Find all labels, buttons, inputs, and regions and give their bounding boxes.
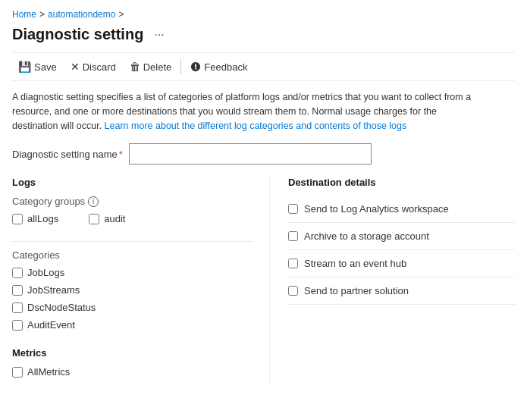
event-hub-checkbox[interactable] bbox=[288, 259, 298, 268]
breadcrumb-automationdemo[interactable]: automationdemo bbox=[48, 9, 115, 20]
log-analytics-checkbox[interactable] bbox=[288, 204, 298, 214]
toolbar-divider bbox=[180, 59, 181, 74]
discard-icon: ✕ bbox=[71, 61, 80, 73]
breadcrumb-sep1: > bbox=[39, 9, 45, 20]
main-content: Logs Category groups i allLogs audit Ca bbox=[12, 177, 515, 385]
JobLogs-label[interactable]: JobLogs bbox=[27, 267, 64, 278]
diagnostic-setting-name-row: Diagnostic setting name* bbox=[12, 143, 515, 165]
checkbox-JobStreams: JobStreams bbox=[12, 284, 254, 296]
discard-label: Discard bbox=[83, 61, 116, 73]
discard-button[interactable]: ✕ Discard bbox=[64, 58, 122, 76]
diagnostic-setting-name-input[interactable] bbox=[129, 143, 372, 165]
page-title-row: Diagnostic setting ··· bbox=[12, 26, 515, 43]
partner-solution-checkbox[interactable] bbox=[288, 286, 298, 296]
DscNodeStatus-checkbox[interactable] bbox=[12, 302, 23, 313]
metrics-section-title: Metrics bbox=[12, 347, 254, 359]
partner-solution-label[interactable]: Send to partner solution bbox=[304, 285, 409, 296]
checkbox-audit: audit bbox=[89, 213, 125, 224]
info-icon: i bbox=[88, 196, 99, 207]
dest-event-hub: Stream to an event hub bbox=[288, 250, 515, 277]
audit-label[interactable]: audit bbox=[104, 213, 125, 224]
checkbox-allLogs: allLogs bbox=[12, 213, 58, 224]
metrics-section: Metrics AllMetrics bbox=[12, 347, 254, 378]
category-groups-label: Category groups bbox=[12, 196, 85, 207]
JobLogs-checkbox[interactable] bbox=[12, 268, 23, 278]
diagnostic-setting-name-label: Diagnostic setting name* bbox=[12, 149, 123, 160]
checkbox-DscNodeStatus: DscNodeStatus bbox=[12, 302, 254, 313]
dest-partner-solution: Send to partner solution bbox=[288, 277, 515, 305]
toolbar: 💾 Save ✕ Discard 🗑 Delete Feedback bbox=[12, 52, 515, 81]
allLogs-checkbox[interactable] bbox=[12, 214, 23, 224]
breadcrumb-home[interactable]: Home bbox=[12, 9, 36, 20]
page-title: Diagnostic setting bbox=[12, 26, 143, 43]
category-groups-row: allLogs audit bbox=[12, 213, 254, 232]
storage-account-checkbox[interactable] bbox=[288, 231, 298, 241]
more-options-button[interactable]: ··· bbox=[149, 27, 168, 43]
storage-account-label[interactable]: Archive to a storage account bbox=[304, 230, 429, 242]
checkbox-AllMetrics: AllMetrics bbox=[12, 366, 254, 378]
categories-subsection-label: Categories bbox=[12, 249, 254, 261]
AllMetrics-label[interactable]: AllMetrics bbox=[27, 366, 70, 378]
event-hub-label[interactable]: Stream to an event hub bbox=[304, 258, 406, 269]
breadcrumb: Home > automationdemo > bbox=[12, 9, 515, 20]
save-icon: 💾 bbox=[18, 61, 31, 73]
delete-button[interactable]: 🗑 Delete bbox=[124, 58, 178, 76]
logs-section-title: Logs bbox=[12, 177, 254, 188]
description-text: A diagnostic setting specifies a list of… bbox=[12, 90, 482, 133]
save-label: Save bbox=[34, 61, 57, 73]
categories-list: JobLogs JobStreams DscNodeStatus AuditEv… bbox=[12, 267, 254, 337]
AuditEvent-checkbox[interactable] bbox=[12, 320, 23, 331]
dest-storage-account: Archive to a storage account bbox=[288, 223, 515, 250]
logs-section: Logs Category groups i allLogs audit Ca bbox=[12, 177, 254, 337]
destination-column: Destination details Send to Log Analytic… bbox=[270, 177, 515, 385]
delete-label: Delete bbox=[143, 61, 172, 73]
destination-section-title: Destination details bbox=[288, 177, 515, 188]
delete-icon: 🗑 bbox=[130, 61, 140, 73]
feedback-label: Feedback bbox=[204, 61, 247, 73]
feedback-button[interactable]: Feedback bbox=[184, 58, 253, 76]
feedback-icon bbox=[190, 61, 201, 72]
DscNodeStatus-label[interactable]: DscNodeStatus bbox=[27, 302, 96, 313]
JobStreams-checkbox[interactable] bbox=[12, 285, 23, 296]
audit-checkbox[interactable] bbox=[89, 214, 99, 224]
category-groups-subsection: Category groups i bbox=[12, 196, 254, 207]
save-button[interactable]: 💾 Save bbox=[12, 58, 63, 76]
AllMetrics-checkbox[interactable] bbox=[12, 367, 23, 378]
logs-metrics-column: Logs Category groups i allLogs audit Ca bbox=[12, 177, 270, 385]
breadcrumb-sep2: > bbox=[118, 9, 124, 20]
required-indicator: * bbox=[119, 149, 123, 160]
AuditEvent-label[interactable]: AuditEvent bbox=[27, 319, 75, 331]
JobStreams-label[interactable]: JobStreams bbox=[27, 284, 80, 296]
checkbox-JobLogs: JobLogs bbox=[12, 267, 254, 278]
log-analytics-label[interactable]: Send to Log Analytics workspace bbox=[304, 203, 449, 215]
logs-divider bbox=[12, 241, 254, 242]
checkbox-AuditEvent: AuditEvent bbox=[12, 319, 254, 331]
description-link[interactable]: Learn more about the different log categ… bbox=[105, 121, 407, 131]
dest-log-analytics: Send to Log Analytics workspace bbox=[288, 196, 515, 223]
allLogs-label[interactable]: allLogs bbox=[27, 213, 58, 224]
